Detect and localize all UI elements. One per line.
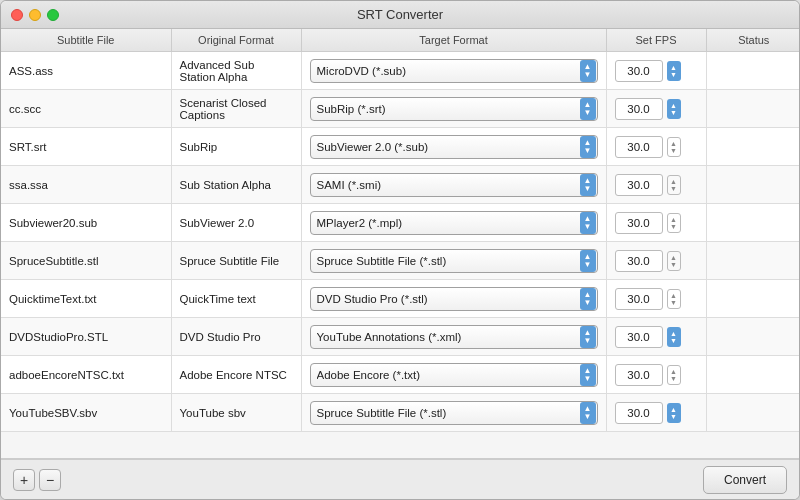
- table-row: YouTubeSBV.sbvYouTube sbvMicroDVD (*.sub…: [1, 394, 799, 432]
- cell-target-2[interactable]: MicroDVD (*.sub)SubRip (*.srt)SubViewer …: [301, 128, 606, 166]
- fps-input-6[interactable]: [615, 288, 663, 310]
- fps-input-9[interactable]: [615, 402, 663, 424]
- cell-fps-9[interactable]: ▲▼: [606, 394, 706, 432]
- window-title: SRT Converter: [357, 7, 443, 22]
- fps-input-0[interactable]: [615, 60, 663, 82]
- target-format-select-6[interactable]: MicroDVD (*.sub)SubRip (*.srt)SubViewer …: [310, 287, 598, 311]
- cell-target-7[interactable]: MicroDVD (*.sub)SubRip (*.srt)SubViewer …: [301, 318, 606, 356]
- fps-arrows-1[interactable]: ▲▼: [667, 99, 681, 119]
- fps-arrows-0[interactable]: ▲▼: [667, 61, 681, 81]
- fps-arrows-6[interactable]: ▲▼: [667, 289, 681, 309]
- cell-original-8: Adobe Encore NTSC: [171, 356, 301, 394]
- remove-file-button[interactable]: −: [39, 469, 61, 491]
- add-file-button[interactable]: +: [13, 469, 35, 491]
- cell-file-0: ASS.ass: [1, 52, 171, 90]
- cell-target-9[interactable]: MicroDVD (*.sub)SubRip (*.srt)SubViewer …: [301, 394, 606, 432]
- cell-file-1: cc.scc: [1, 90, 171, 128]
- file-controls: + −: [13, 469, 61, 491]
- cell-status-4: [706, 204, 799, 242]
- cell-original-7: DVD Studio Pro: [171, 318, 301, 356]
- target-format-select-1[interactable]: MicroDVD (*.sub)SubRip (*.srt)SubViewer …: [310, 97, 598, 121]
- col-header-status: Status: [706, 29, 799, 52]
- cell-original-9: YouTube sbv: [171, 394, 301, 432]
- fps-input-8[interactable]: [615, 364, 663, 386]
- cell-target-6[interactable]: MicroDVD (*.sub)SubRip (*.srt)SubViewer …: [301, 280, 606, 318]
- target-format-select-8[interactable]: MicroDVD (*.sub)SubRip (*.srt)SubViewer …: [310, 363, 598, 387]
- table-wrapper[interactable]: Subtitle File Original Format Target For…: [1, 29, 799, 459]
- table-row: SpruceSubtitle.stlSpruce Subtitle FileMi…: [1, 242, 799, 280]
- fps-input-1[interactable]: [615, 98, 663, 120]
- cell-fps-8[interactable]: ▲▼: [606, 356, 706, 394]
- table-row: adboeEncoreNTSC.txtAdobe Encore NTSCMicr…: [1, 356, 799, 394]
- col-header-target: Target Format: [301, 29, 606, 52]
- target-format-select-7[interactable]: MicroDVD (*.sub)SubRip (*.srt)SubViewer …: [310, 325, 598, 349]
- cell-target-5[interactable]: MicroDVD (*.sub)SubRip (*.srt)SubViewer …: [301, 242, 606, 280]
- cell-fps-1[interactable]: ▲▼: [606, 90, 706, 128]
- fps-arrows-3[interactable]: ▲▼: [667, 175, 681, 195]
- target-format-select-4[interactable]: MicroDVD (*.sub)SubRip (*.srt)SubViewer …: [310, 211, 598, 235]
- traffic-lights: [11, 9, 59, 21]
- minimize-button[interactable]: [29, 9, 41, 21]
- titlebar: SRT Converter: [1, 1, 799, 29]
- cell-file-3: ssa.ssa: [1, 166, 171, 204]
- cell-target-8[interactable]: MicroDVD (*.sub)SubRip (*.srt)SubViewer …: [301, 356, 606, 394]
- fps-arrows-5[interactable]: ▲▼: [667, 251, 681, 271]
- cell-fps-6[interactable]: ▲▼: [606, 280, 706, 318]
- maximize-button[interactable]: [47, 9, 59, 21]
- fps-arrows-7[interactable]: ▲▼: [667, 327, 681, 347]
- cell-fps-7[interactable]: ▲▼: [606, 318, 706, 356]
- cell-target-4[interactable]: MicroDVD (*.sub)SubRip (*.srt)SubViewer …: [301, 204, 606, 242]
- cell-target-3[interactable]: MicroDVD (*.sub)SubRip (*.srt)SubViewer …: [301, 166, 606, 204]
- cell-original-1: Scenarist Closed Captions: [171, 90, 301, 128]
- cell-file-2: SRT.srt: [1, 128, 171, 166]
- bottom-bar: + − Convert: [1, 459, 799, 499]
- cell-fps-3[interactable]: ▲▼: [606, 166, 706, 204]
- cell-target-0[interactable]: MicroDVD (*.sub)SubRip (*.srt)SubViewer …: [301, 52, 606, 90]
- cell-file-9: YouTubeSBV.sbv: [1, 394, 171, 432]
- cell-fps-4[interactable]: ▲▼: [606, 204, 706, 242]
- cell-file-7: DVDStudioPro.STL: [1, 318, 171, 356]
- target-format-select-5[interactable]: MicroDVD (*.sub)SubRip (*.srt)SubViewer …: [310, 249, 598, 273]
- fps-input-3[interactable]: [615, 174, 663, 196]
- cell-original-5: Spruce Subtitle File: [171, 242, 301, 280]
- cell-fps-0[interactable]: ▲▼: [606, 52, 706, 90]
- table-row: DVDStudioPro.STLDVD Studio ProMicroDVD (…: [1, 318, 799, 356]
- cell-file-8: adboeEncoreNTSC.txt: [1, 356, 171, 394]
- convert-button[interactable]: Convert: [703, 466, 787, 494]
- fps-arrows-8[interactable]: ▲▼: [667, 365, 681, 385]
- cell-target-1[interactable]: MicroDVD (*.sub)SubRip (*.srt)SubViewer …: [301, 90, 606, 128]
- cell-status-1: [706, 90, 799, 128]
- table-row: ASS.assAdvanced Sub Station AlphaMicroDV…: [1, 52, 799, 90]
- cell-original-2: SubRip: [171, 128, 301, 166]
- fps-arrows-2[interactable]: ▲▼: [667, 137, 681, 157]
- files-table: Subtitle File Original Format Target For…: [1, 29, 799, 432]
- target-format-select-9[interactable]: MicroDVD (*.sub)SubRip (*.srt)SubViewer …: [310, 401, 598, 425]
- cell-status-2: [706, 128, 799, 166]
- fps-input-5[interactable]: [615, 250, 663, 272]
- cell-original-6: QuickTime text: [171, 280, 301, 318]
- fps-input-7[interactable]: [615, 326, 663, 348]
- fps-arrows-9[interactable]: ▲▼: [667, 403, 681, 423]
- table-row: SRT.srtSubRipMicroDVD (*.sub)SubRip (*.s…: [1, 128, 799, 166]
- cell-original-0: Advanced Sub Station Alpha: [171, 52, 301, 90]
- cell-file-6: QuicktimeText.txt: [1, 280, 171, 318]
- fps-arrows-4[interactable]: ▲▼: [667, 213, 681, 233]
- cell-file-5: SpruceSubtitle.stl: [1, 242, 171, 280]
- main-content: Subtitle File Original Format Target For…: [1, 29, 799, 499]
- target-format-select-2[interactable]: MicroDVD (*.sub)SubRip (*.srt)SubViewer …: [310, 135, 598, 159]
- close-button[interactable]: [11, 9, 23, 21]
- cell-status-5: [706, 242, 799, 280]
- cell-fps-2[interactable]: ▲▼: [606, 128, 706, 166]
- fps-input-4[interactable]: [615, 212, 663, 234]
- col-header-file: Subtitle File: [1, 29, 171, 52]
- target-format-select-3[interactable]: MicroDVD (*.sub)SubRip (*.srt)SubViewer …: [310, 173, 598, 197]
- fps-input-2[interactable]: [615, 136, 663, 158]
- cell-fps-5[interactable]: ▲▼: [606, 242, 706, 280]
- cell-status-0: [706, 52, 799, 90]
- cell-file-4: Subviewer20.sub: [1, 204, 171, 242]
- target-format-select-0[interactable]: MicroDVD (*.sub)SubRip (*.srt)SubViewer …: [310, 59, 598, 83]
- cell-original-4: SubViewer 2.0: [171, 204, 301, 242]
- table-row: Subviewer20.subSubViewer 2.0MicroDVD (*.…: [1, 204, 799, 242]
- table-header-row: Subtitle File Original Format Target For…: [1, 29, 799, 52]
- cell-original-3: Sub Station Alpha: [171, 166, 301, 204]
